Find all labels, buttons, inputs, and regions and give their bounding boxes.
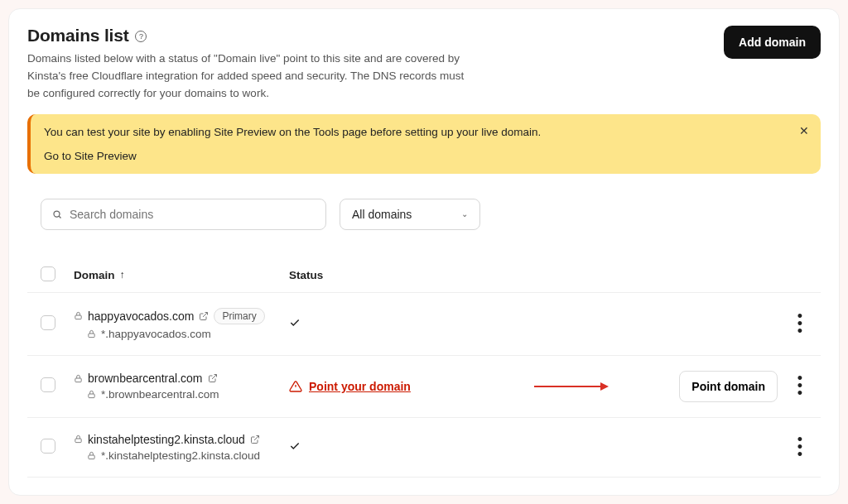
lock-icon	[87, 451, 96, 460]
table-row: happyavocados.com Primary *.happyavocado…	[27, 293, 821, 356]
filter-select[interactable]: All domains ⌄	[340, 199, 480, 230]
row-menu-button[interactable]: •••	[793, 375, 807, 397]
external-link-icon[interactable]	[250, 434, 260, 444]
table-row: brownbearcentral.com *.brownbearcentral.…	[27, 356, 821, 418]
domain-name: brownbearcentral.com	[88, 372, 203, 385]
row-checkbox[interactable]	[41, 315, 55, 330]
external-link-icon[interactable]	[208, 373, 218, 383]
point-domain-button[interactable]: Point domain	[679, 371, 778, 402]
domain-name: happyavocados.com	[88, 310, 194, 323]
close-icon[interactable]: ✕	[799, 124, 809, 137]
warning-icon	[289, 380, 302, 393]
page-subtitle: Domains listed below with a status of "D…	[27, 50, 475, 103]
row-checkbox[interactable]	[41, 439, 55, 454]
primary-badge: Primary	[214, 308, 264, 324]
svg-line-1	[59, 216, 60, 218]
page-title: Domains list	[27, 26, 128, 46]
info-banner: ✕ You can test your site by enabling Sit…	[27, 114, 821, 174]
row-checkbox[interactable]	[41, 377, 55, 392]
row-menu-button[interactable]: •••	[793, 436, 807, 458]
row-menu-button[interactable]: •••	[793, 313, 807, 335]
site-preview-link[interactable]: Go to Site Preview	[44, 150, 137, 162]
domain-name: kinstahelptesting2.kinsta.cloud	[88, 433, 245, 446]
wildcard-domain: *.kinstahelptesting2.kinsta.cloud	[101, 449, 260, 462]
column-header-domain[interactable]: Domain ↑	[74, 269, 289, 281]
table-row: kinstahelptesting2.kinsta.cloud *.kinsta…	[27, 418, 821, 478]
lock-icon	[87, 329, 96, 338]
column-header-status[interactable]: Status	[289, 269, 625, 281]
lock-icon	[74, 434, 83, 444]
lock-icon	[74, 311, 83, 320]
svg-line-3	[203, 312, 208, 317]
wildcard-domain: *.brownbearcentral.com	[101, 388, 219, 401]
chevron-down-icon: ⌄	[461, 209, 468, 218]
wildcard-domain: *.happyavocados.com	[101, 328, 211, 340]
sort-arrow-icon: ↑	[120, 269, 125, 281]
help-icon[interactable]: ?	[135, 31, 147, 42]
select-all-checkbox[interactable]	[41, 266, 55, 281]
domains-table: Domain ↑ Status happyavocados.com Primar…	[27, 258, 821, 478]
svg-rect-5	[75, 378, 81, 382]
svg-line-11	[254, 435, 259, 440]
lock-icon	[87, 390, 96, 399]
svg-rect-2	[75, 315, 81, 319]
svg-line-6	[212, 375, 217, 380]
annotation-arrow	[534, 382, 609, 391]
svg-rect-7	[89, 394, 94, 398]
svg-rect-12	[89, 455, 94, 459]
check-icon	[289, 440, 301, 452]
filter-selected-label: All domains	[352, 208, 412, 221]
svg-rect-10	[75, 439, 81, 443]
external-link-icon[interactable]	[199, 311, 209, 321]
svg-rect-4	[89, 334, 94, 338]
search-input[interactable]	[41, 199, 326, 230]
add-domain-button[interactable]: Add domain	[724, 26, 821, 59]
banner-text: You can test your site by enabling Site …	[44, 126, 807, 138]
search-icon	[52, 209, 62, 219]
svg-point-0	[54, 211, 60, 217]
check-icon	[289, 317, 301, 329]
point-domain-link[interactable]: Point your domain	[309, 380, 411, 393]
lock-icon	[74, 374, 83, 383]
